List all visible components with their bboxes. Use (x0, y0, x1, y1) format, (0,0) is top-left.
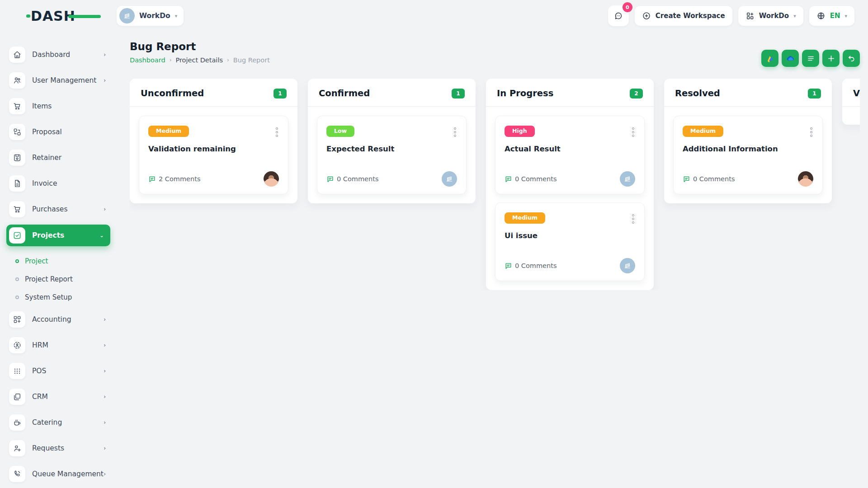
card-menu-kebab-icon[interactable] (631, 212, 635, 225)
workspace-avatar (620, 258, 635, 273)
list-view-button[interactable] (802, 50, 819, 67)
chevron-right-icon: › (104, 342, 106, 348)
chat-icon (614, 11, 623, 20)
breadcrumb-project-details[interactable]: Project Details (175, 56, 223, 64)
sidebar-item-label: Accounting (32, 315, 71, 324)
bullet-icon (15, 296, 19, 299)
sidebar-subitem-project-report[interactable]: Project Report (15, 270, 109, 288)
column-count-badge: 1 (452, 89, 465, 99)
sidebar-item-label: Dashboard (32, 51, 70, 59)
sidebar-item-queue-management[interactable]: Queue Management› (9, 464, 109, 484)
sidebar-subitem-system-setup[interactable]: System Setup (15, 288, 109, 306)
sidebar-item-crm[interactable]: CRM› (9, 386, 109, 407)
column-title: Confirmed (319, 88, 370, 99)
user-plus-icon (9, 440, 25, 456)
sidebar-item-user-management[interactable]: User Management› (9, 70, 109, 91)
undo-icon (847, 54, 856, 63)
invoice-icon (9, 175, 25, 192)
column-body: HighActual Result0 CommentsMediumUi issu… (486, 106, 654, 290)
sidebar-item-retainer[interactable]: Retainer (9, 147, 109, 168)
sidebar-item-purchases[interactable]: Purchases› (9, 199, 109, 220)
comment-icon (505, 175, 512, 183)
card-comments: 2 Comments (148, 175, 200, 183)
card-comments: 0 Comments (505, 262, 557, 270)
plus-circle-icon (642, 11, 651, 20)
onedrive-icon (786, 54, 795, 63)
priority-badge: Medium (505, 212, 545, 224)
sidebar-item-label: Proposal (32, 128, 62, 136)
card-footer: 0 Comments (505, 258, 635, 273)
sidebar-item-invoice[interactable]: Invoice (9, 173, 109, 194)
chevron-right-icon: › (104, 368, 106, 374)
assignee-avatar (798, 171, 813, 187)
app-logo[interactable]: DASH (31, 8, 75, 24)
column-title: Unconfirmed (141, 88, 204, 99)
google-drive-button[interactable] (761, 50, 778, 67)
sidebar-item-label: Purchases (32, 205, 67, 213)
bullet-icon (15, 277, 19, 281)
comment-icon (148, 175, 156, 183)
sidebar-item-label: Queue Management (32, 470, 104, 478)
priority-badge: High (505, 126, 535, 137)
kanban-card[interactable]: LowExpected Result0 Comments (317, 116, 467, 194)
create-workspace-label: Create Workspace (656, 12, 725, 20)
coffee-icon (9, 414, 25, 431)
column-count-badge: 1 (808, 89, 821, 99)
chevron-right-icon: › (104, 394, 106, 400)
sidebar-item-items[interactable]: Items (9, 96, 109, 117)
column-body (842, 106, 860, 125)
sidebar-item-label: Catering (32, 418, 62, 427)
card-menu-kebab-icon[interactable] (809, 126, 813, 139)
column-header: In Progress2 (486, 79, 654, 106)
workdo-dropdown[interactable]: WorkDo ▾ (738, 6, 803, 26)
breadcrumb-separator-icon: › (227, 57, 229, 63)
workspace-avatar (620, 171, 635, 187)
google-drive-icon (766, 54, 774, 63)
floppy-icon (9, 150, 25, 166)
card-footer: 0 Comments (683, 171, 813, 187)
onedrive-button[interactable] (782, 50, 799, 67)
back-button[interactable] (843, 50, 860, 67)
sidebar-item-hrm[interactable]: HRM› (9, 335, 109, 356)
board-toolbar (761, 41, 860, 67)
kanban-board: Unconfirmed1MediumValidation remaining2 … (130, 79, 860, 290)
add-button[interactable] (822, 50, 840, 67)
sidebar-item-label: Items (32, 102, 52, 110)
workdo-dropdown-label: WorkDo (759, 12, 789, 20)
sidebar-item-pos[interactable]: POS› (9, 361, 109, 381)
sidebar-item-projects[interactable]: Projects⌄ (6, 225, 110, 246)
sidebar-item-label: Projects (32, 231, 64, 239)
chevron-down-icon: ▾ (844, 13, 847, 19)
sidebar-item-label: Retainer (32, 154, 61, 162)
language-label: EN (830, 12, 840, 20)
kanban-column-in-progress: In Progress2HighActual Result0 CommentsM… (486, 79, 654, 290)
kanban-card[interactable]: MediumUi issue0 Comments (495, 202, 645, 281)
card-menu-kebab-icon[interactable] (453, 126, 457, 139)
sidebar-item-accounting[interactable]: Accounting› (9, 309, 109, 330)
workspace-selector[interactable]: WorkDo ▾ (117, 6, 184, 26)
sidebar-item-requests[interactable]: Requests› (9, 438, 109, 459)
card-comments-label: 2 Comments (159, 175, 200, 183)
language-dropdown[interactable]: EN ▾ (809, 6, 854, 26)
sidebar-item-label: User Management (32, 76, 96, 84)
card-menu-kebab-icon[interactable] (275, 126, 279, 139)
sidebar-item-catering[interactable]: Catering› (9, 412, 109, 433)
card-menu-kebab-icon[interactable] (631, 126, 635, 139)
kanban-card[interactable]: MediumAdditional Information0 Comments (673, 116, 823, 194)
sidebar-subitem-project[interactable]: Project (15, 252, 109, 270)
create-workspace-button[interactable]: Create Workspace (635, 6, 732, 26)
column-header: Confirmed1 (308, 79, 476, 106)
column-title: Resolved (675, 88, 720, 99)
sidebar-item-label: CRM (32, 393, 48, 401)
sidebar-submenu-projects: ProjectProject ReportSystem Setup (9, 251, 109, 309)
sidebar-item-label: POS (32, 367, 46, 375)
sidebar-item-dashboard[interactable]: Dashboard› (9, 44, 109, 65)
messages-button[interactable]: 0 (608, 5, 629, 26)
breadcrumb-dashboard[interactable]: Dashboard (130, 56, 165, 64)
grid-add-icon (9, 311, 25, 328)
cart-icon (9, 201, 25, 217)
sidebar-item-proposal[interactable]: Proposal (9, 122, 109, 142)
chevron-right-icon: › (104, 52, 106, 58)
kanban-card[interactable]: MediumValidation remaining2 Comments (139, 116, 288, 194)
kanban-card[interactable]: HighActual Result0 Comments (495, 116, 645, 194)
